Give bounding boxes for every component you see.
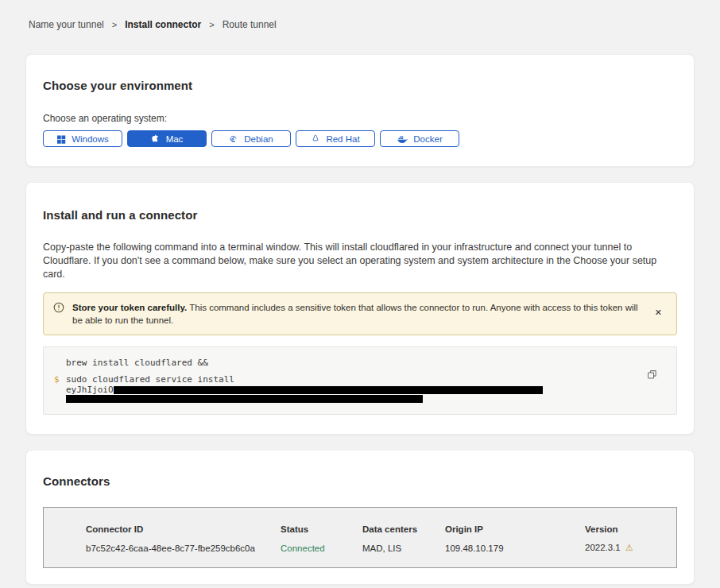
os-button-label: Red Hat: [326, 134, 359, 144]
install-instructions: Copy-paste the following command into a …: [43, 241, 677, 281]
os-select-label: Choose an operating system:: [43, 113, 677, 124]
token-warning-text: Store your token carefully. This command…: [72, 301, 642, 327]
install-connector-card: Install and run a connector Copy-paste t…: [25, 182, 695, 435]
os-button-label: Docker: [413, 134, 442, 144]
windows-icon: [56, 134, 66, 144]
os-button-label: Mac: [166, 134, 184, 144]
code-line-brew: brew install cloudflared &&: [66, 358, 664, 368]
header-status: Status: [281, 524, 362, 534]
origin-ip-value: 109.48.10.179: [445, 544, 585, 553]
shell-prompt: $: [54, 374, 60, 385]
banner-close-button[interactable]: ✕: [650, 306, 667, 319]
breadcrumb-separator: >: [209, 20, 214, 29]
os-button-mac[interactable]: Mac: [127, 130, 207, 147]
close-icon: ✕: [655, 308, 662, 317]
install-command-codeblock[interactable]: brew install cloudflared && $ sudo cloud…: [43, 346, 677, 415]
os-button-debian[interactable]: Debian: [211, 130, 291, 147]
breadcrumb-step-name-your-tunnel[interactable]: Name your tunnel: [29, 19, 104, 30]
code-line-sudo: $ sudo cloudflared service install: [66, 374, 664, 385]
token-warning-title: Store your token carefully.: [72, 303, 187, 312]
connectors-table-header: Connector ID Status Data centers Origin …: [86, 524, 668, 534]
header-version: Version: [585, 524, 668, 534]
os-button-docker[interactable]: Docker: [380, 130, 459, 147]
choose-environment-card: Choose your environment Choose an operat…: [25, 54, 695, 167]
connectors-card: Connectors Connector ID Status Data cent…: [25, 450, 695, 585]
docker-icon: [397, 134, 408, 144]
redhat-icon: [311, 133, 320, 144]
os-button-group: Windows Mac Debian R: [43, 130, 677, 147]
code-line-sudo-text: sudo cloudflared service install: [66, 374, 234, 385]
version-number: 2022.3.1: [585, 543, 621, 552]
connectors-card-title: Connectors: [43, 474, 677, 488]
apple-icon: [151, 133, 161, 144]
version-warning-icon: ⚠: [625, 543, 633, 552]
token-warning-banner: Store your token carefully. This command…: [43, 292, 677, 335]
breadcrumb-separator: >: [112, 20, 117, 29]
copy-command-button[interactable]: [647, 369, 657, 382]
connectors-table: Connector ID Status Data centers Origin …: [43, 507, 677, 568]
environment-card-title: Choose your environment: [43, 79, 677, 92]
os-button-label: Debian: [244, 134, 273, 144]
install-card-title: Install and run a connector: [43, 208, 677, 222]
table-row: b7c52c42-6caa-48ee-8c77-fbe259cb6c0a Con…: [86, 543, 668, 553]
debian-icon: [229, 134, 238, 144]
token-visible-text: eyJhIjoiO: [66, 385, 114, 395]
version-value: 2022.3.1 ⚠: [585, 543, 668, 553]
connector-id-value: b7c52c42-6caa-48ee-8c77-fbe259cb6c0a: [86, 544, 281, 553]
redacted-token-bar: [114, 386, 543, 394]
header-origin-ip: Origin IP: [445, 524, 585, 534]
data-centers-value: MAD, LIS: [362, 544, 445, 553]
breadcrumb-step-route-tunnel[interactable]: Route tunnel: [223, 19, 277, 30]
redacted-token-bar: [66, 395, 423, 403]
breadcrumb: Name your tunnel > Install connector > R…: [0, 0, 720, 30]
code-line-token: eyJhIjoiO: [66, 385, 664, 394]
os-button-redhat[interactable]: Red Hat: [296, 130, 375, 147]
status-badge: Connected: [281, 544, 362, 553]
header-connector-id: Connector ID: [86, 524, 281, 534]
copy-icon: [647, 370, 657, 382]
alert-circle-icon: [53, 302, 64, 316]
header-data-centers: Data centers: [362, 524, 445, 534]
os-button-windows[interactable]: Windows: [43, 130, 122, 147]
breadcrumb-step-install-connector[interactable]: Install connector: [125, 19, 201, 30]
os-button-label: Windows: [72, 134, 109, 144]
